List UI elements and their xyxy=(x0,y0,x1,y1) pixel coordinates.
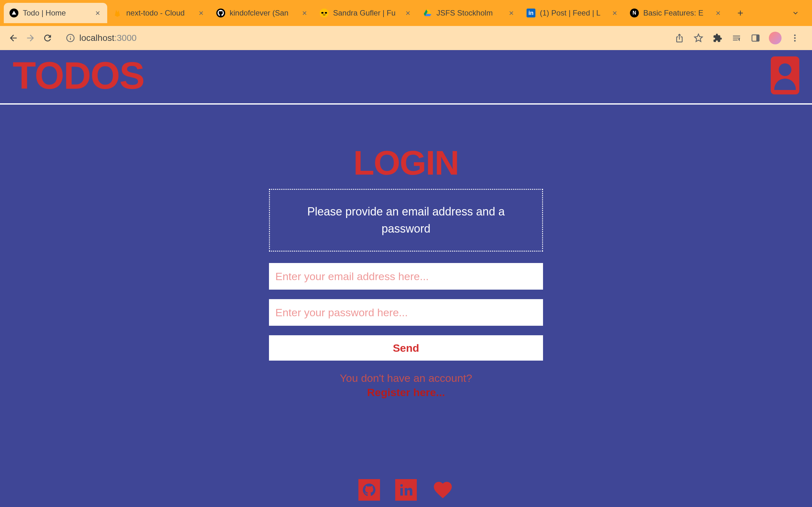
github-icon xyxy=(358,479,380,501)
svg-text:N: N xyxy=(632,10,636,15)
address-bar[interactable]: localhost:3000 xyxy=(59,29,664,47)
back-button[interactable] xyxy=(8,32,19,44)
reload-button[interactable] xyxy=(42,32,53,44)
tab-title: Todo | Home xyxy=(23,9,90,17)
profile-avatar[interactable] xyxy=(769,32,781,44)
reading-list-icon[interactable] xyxy=(731,32,742,44)
svg-point-2 xyxy=(320,9,328,17)
svg-point-18 xyxy=(400,484,403,487)
github-link[interactable] xyxy=(358,479,380,501)
login-title: LOGIN xyxy=(353,146,459,180)
tab-dropdown-icon[interactable] xyxy=(789,7,802,19)
close-icon[interactable]: × xyxy=(404,9,412,17)
close-icon[interactable]: × xyxy=(507,9,515,17)
app-header: TODOS xyxy=(0,50,812,105)
close-icon[interactable]: × xyxy=(94,9,101,17)
favicon-firebase-icon xyxy=(113,9,122,17)
close-icon[interactable]: × xyxy=(197,9,205,17)
browser-tab[interactable]: next-todo - Cloud × xyxy=(107,3,211,23)
url-path: :3000 xyxy=(114,33,137,43)
instruction-text: Please provide an email address and a pa… xyxy=(289,203,523,237)
svg-text:in: in xyxy=(528,10,534,16)
linkedin-link[interactable] xyxy=(395,479,417,501)
register-section: You don't have an account? Register here… xyxy=(340,372,472,399)
register-link[interactable]: Register here... xyxy=(340,386,472,399)
browser-tab[interactable]: kindofclever (San × xyxy=(211,3,314,23)
extensions-icon[interactable] xyxy=(712,32,723,44)
browser-toolbar: localhost:3000 xyxy=(0,26,812,50)
new-tab-button[interactable]: + xyxy=(734,7,747,19)
close-icon[interactable]: × xyxy=(714,9,722,17)
svg-point-10 xyxy=(70,36,71,37)
main-content: LOGIN Please provide an email address an… xyxy=(0,105,812,479)
svg-rect-4 xyxy=(325,12,327,14)
site-info-icon[interactable] xyxy=(65,33,75,43)
svg-rect-11 xyxy=(70,38,71,40)
favicon-nextjs-icon: N xyxy=(630,9,639,17)
app-logo[interactable]: TODOS xyxy=(13,56,144,95)
heart-icon xyxy=(432,479,454,501)
forward-button[interactable] xyxy=(25,32,36,44)
tab-bar: Todo | Home × next-todo - Cloud × kindof… xyxy=(0,0,812,26)
account-icon[interactable] xyxy=(771,56,799,95)
close-icon[interactable]: × xyxy=(301,9,308,17)
favicon-linkedin-icon: in xyxy=(526,9,536,17)
menu-icon[interactable] xyxy=(789,32,801,44)
tab-title: kindofclever (San xyxy=(230,9,296,17)
password-input[interactable] xyxy=(269,299,543,326)
favicon-drive-icon xyxy=(423,9,432,17)
browser-chrome: Todo | Home × next-todo - Cloud × kindof… xyxy=(0,0,812,50)
heart-link[interactable] xyxy=(432,479,454,501)
bookmark-icon[interactable] xyxy=(693,32,704,44)
linkedin-icon xyxy=(395,479,417,501)
svg-point-14 xyxy=(794,35,796,36)
email-input[interactable] xyxy=(269,263,543,290)
favicon-sunglasses-icon xyxy=(320,9,328,17)
register-prompt: You don't have an account? xyxy=(340,372,472,384)
browser-tab[interactable]: JSFS Stockholm × xyxy=(417,3,521,23)
url-host: localhost xyxy=(79,33,114,43)
tab-title: Sandra Gufler | Fu xyxy=(333,9,400,17)
browser-tab[interactable]: N Basic Features: E × xyxy=(624,3,728,23)
tab-title: next-todo - Cloud xyxy=(126,9,193,17)
svg-rect-3 xyxy=(321,12,323,14)
favicon-github-icon xyxy=(216,9,225,17)
login-form: Send xyxy=(269,263,543,360)
app-content: TODOS LOGIN Please provide an email addr… xyxy=(0,50,812,507)
send-button[interactable]: Send xyxy=(269,335,543,360)
panel-icon[interactable] xyxy=(750,32,761,44)
tab-title: (1) Post | Feed | L xyxy=(540,9,606,17)
svg-rect-17 xyxy=(400,488,403,496)
instruction-box: Please provide an email address and a pa… xyxy=(269,189,543,251)
svg-point-15 xyxy=(794,38,796,39)
svg-rect-13 xyxy=(757,35,759,41)
tab-title: JSFS Stockholm xyxy=(437,9,503,17)
svg-point-16 xyxy=(794,40,796,42)
close-icon[interactable]: × xyxy=(611,9,618,17)
browser-tab[interactable]: Sandra Gufler | Fu × xyxy=(314,3,417,23)
browser-tab[interactable]: Todo | Home × xyxy=(4,3,107,23)
browser-tab[interactable]: in (1) Post | Feed | L × xyxy=(521,3,624,23)
tab-title: Basic Features: E xyxy=(643,9,710,17)
share-icon[interactable] xyxy=(674,32,685,44)
favicon-triangle-icon xyxy=(9,9,18,17)
app-footer xyxy=(0,479,812,507)
